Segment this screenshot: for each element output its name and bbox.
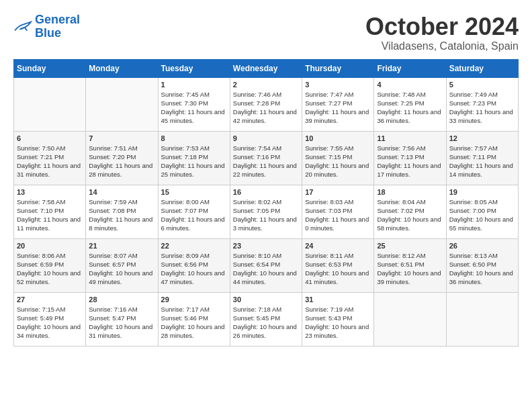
day-info: Sunrise: 8:11 AMSunset: 6:53 PMDaylight:… bbox=[305, 252, 369, 286]
calendar-week-row: 20Sunrise: 8:06 AMSunset: 6:59 PMDayligh… bbox=[14, 238, 519, 292]
day-number: 31 bbox=[305, 295, 371, 304]
calendar-cell: 7Sunrise: 7:51 AMSunset: 7:20 PMDaylight… bbox=[86, 131, 158, 185]
day-info: Sunrise: 7:16 AMSunset: 5:47 PMDaylight:… bbox=[89, 306, 152, 340]
day-number: 13 bbox=[17, 188, 83, 196]
title-block: October 2024 Viladasens, Catalonia, Spai… bbox=[365, 13, 519, 52]
day-info: Sunrise: 8:07 AMSunset: 6:57 PMDaylight:… bbox=[89, 252, 152, 286]
day-number: 15 bbox=[161, 188, 227, 196]
weekday-header-thursday: Thursday bbox=[302, 59, 374, 77]
day-info: Sunrise: 7:17 AMSunset: 5:46 PMDaylight:… bbox=[161, 306, 225, 340]
weekday-header-saturday: Saturday bbox=[446, 59, 518, 77]
day-info: Sunrise: 7:19 AMSunset: 5:43 PMDaylight:… bbox=[305, 306, 369, 340]
day-number: 25 bbox=[377, 242, 443, 250]
day-info: Sunrise: 8:04 AMSunset: 7:02 PMDaylight:… bbox=[377, 198, 441, 232]
day-info: Sunrise: 7:55 AMSunset: 7:15 PMDaylight:… bbox=[305, 144, 369, 179]
day-number: 4 bbox=[377, 81, 443, 89]
calendar-cell: 20Sunrise: 8:06 AMSunset: 6:59 PMDayligh… bbox=[14, 238, 86, 292]
calendar-cell bbox=[14, 77, 86, 131]
page-header: General Blue October 2024 Viladasens, Ca… bbox=[13, 13, 519, 52]
calendar-cell: 4Sunrise: 7:48 AMSunset: 7:25 PMDaylight… bbox=[374, 77, 446, 131]
day-info: Sunrise: 7:15 AMSunset: 5:49 PMDaylight:… bbox=[17, 306, 81, 340]
weekday-header-monday: Monday bbox=[86, 59, 158, 77]
day-number: 22 bbox=[161, 242, 227, 250]
calendar-cell: 6Sunrise: 7:50 AMSunset: 7:21 PMDaylight… bbox=[14, 131, 86, 185]
day-info: Sunrise: 7:51 AMSunset: 7:20 PMDaylight:… bbox=[89, 144, 152, 179]
day-number: 29 bbox=[161, 295, 227, 304]
day-info: Sunrise: 8:03 AMSunset: 7:03 PMDaylight:… bbox=[305, 198, 369, 232]
calendar-week-row: 1Sunrise: 7:45 AMSunset: 7:30 PMDaylight… bbox=[14, 77, 519, 131]
calendar-cell bbox=[374, 292, 446, 346]
day-info: Sunrise: 8:05 AMSunset: 7:00 PMDaylight:… bbox=[449, 198, 513, 232]
day-info: Sunrise: 7:50 AMSunset: 7:21 PMDaylight:… bbox=[17, 144, 81, 179]
calendar-cell: 10Sunrise: 7:55 AMSunset: 7:15 PMDayligh… bbox=[302, 131, 374, 185]
day-number: 6 bbox=[17, 134, 83, 142]
calendar-cell: 1Sunrise: 7:45 AMSunset: 7:30 PMDaylight… bbox=[158, 77, 230, 131]
calendar-cell: 9Sunrise: 7:54 AMSunset: 7:16 PMDaylight… bbox=[230, 131, 302, 185]
day-number: 3 bbox=[305, 81, 371, 89]
calendar-cell bbox=[86, 77, 158, 131]
calendar-cell: 3Sunrise: 7:47 AMSunset: 7:27 PMDaylight… bbox=[302, 77, 374, 131]
calendar-cell: 21Sunrise: 8:07 AMSunset: 6:57 PMDayligh… bbox=[86, 238, 158, 292]
day-number: 30 bbox=[233, 295, 299, 304]
day-info: Sunrise: 7:54 AMSunset: 7:16 PMDaylight:… bbox=[233, 144, 297, 179]
day-info: Sunrise: 7:53 AMSunset: 7:18 PMDaylight:… bbox=[161, 144, 225, 179]
calendar-cell: 22Sunrise: 8:09 AMSunset: 6:56 PMDayligh… bbox=[158, 238, 230, 292]
day-number: 5 bbox=[449, 81, 515, 89]
day-info: Sunrise: 8:10 AMSunset: 6:54 PMDaylight:… bbox=[233, 252, 297, 286]
day-info: Sunrise: 7:56 AMSunset: 7:13 PMDaylight:… bbox=[377, 144, 441, 179]
day-number: 28 bbox=[89, 295, 154, 304]
day-info: Sunrise: 7:46 AMSunset: 7:28 PMDaylight:… bbox=[233, 91, 297, 125]
logo-icon bbox=[13, 19, 32, 34]
day-info: Sunrise: 8:13 AMSunset: 6:50 PMDaylight:… bbox=[449, 252, 513, 286]
day-info: Sunrise: 7:58 AMSunset: 7:10 PMDaylight:… bbox=[17, 198, 81, 232]
calendar-cell: 27Sunrise: 7:15 AMSunset: 5:49 PMDayligh… bbox=[14, 292, 86, 346]
weekday-header-sunday: Sunday bbox=[14, 59, 86, 77]
day-number: 20 bbox=[17, 242, 83, 250]
calendar-cell: 31Sunrise: 7:19 AMSunset: 5:43 PMDayligh… bbox=[302, 292, 374, 346]
day-number: 23 bbox=[233, 242, 299, 250]
day-number: 12 bbox=[449, 134, 515, 142]
weekday-header-row: SundayMondayTuesdayWednesdayThursdayFrid… bbox=[14, 59, 519, 77]
day-number: 21 bbox=[89, 242, 154, 250]
calendar-cell: 11Sunrise: 7:56 AMSunset: 7:13 PMDayligh… bbox=[374, 131, 446, 185]
day-info: Sunrise: 7:57 AMSunset: 7:11 PMDaylight:… bbox=[449, 144, 513, 179]
day-number: 14 bbox=[89, 188, 154, 196]
calendar-cell: 12Sunrise: 7:57 AMSunset: 7:11 PMDayligh… bbox=[446, 131, 518, 185]
calendar-week-row: 13Sunrise: 7:58 AMSunset: 7:10 PMDayligh… bbox=[14, 185, 519, 238]
weekday-header-wednesday: Wednesday bbox=[230, 59, 302, 77]
calendar-cell: 8Sunrise: 7:53 AMSunset: 7:18 PMDaylight… bbox=[158, 131, 230, 185]
day-info: Sunrise: 7:18 AMSunset: 5:45 PMDaylight:… bbox=[233, 306, 297, 340]
day-info: Sunrise: 7:49 AMSunset: 7:23 PMDaylight:… bbox=[449, 91, 513, 125]
calendar-cell: 30Sunrise: 7:18 AMSunset: 5:45 PMDayligh… bbox=[230, 292, 302, 346]
calendar-week-row: 27Sunrise: 7:15 AMSunset: 5:49 PMDayligh… bbox=[14, 292, 519, 346]
day-number: 26 bbox=[449, 242, 515, 250]
calendar-cell: 28Sunrise: 7:16 AMSunset: 5:47 PMDayligh… bbox=[86, 292, 158, 346]
day-number: 24 bbox=[305, 242, 371, 250]
day-info: Sunrise: 8:02 AMSunset: 7:05 PMDaylight:… bbox=[233, 198, 297, 232]
logo-text: General Blue bbox=[35, 13, 80, 40]
day-number: 9 bbox=[233, 134, 299, 142]
day-number: 11 bbox=[377, 134, 443, 142]
day-info: Sunrise: 7:45 AMSunset: 7:30 PMDaylight:… bbox=[161, 91, 225, 125]
day-info: Sunrise: 8:06 AMSunset: 6:59 PMDaylight:… bbox=[17, 252, 81, 286]
weekday-header-friday: Friday bbox=[374, 59, 446, 77]
day-number: 18 bbox=[377, 188, 443, 196]
day-info: Sunrise: 7:47 AMSunset: 7:27 PMDaylight:… bbox=[305, 91, 369, 125]
calendar-cell: 18Sunrise: 8:04 AMSunset: 7:02 PMDayligh… bbox=[374, 185, 446, 238]
day-number: 7 bbox=[89, 134, 154, 142]
day-number: 19 bbox=[449, 188, 515, 196]
day-number: 2 bbox=[233, 81, 299, 89]
calendar-cell: 24Sunrise: 8:11 AMSunset: 6:53 PMDayligh… bbox=[302, 238, 374, 292]
month-title: October 2024 bbox=[365, 13, 519, 40]
calendar-cell: 23Sunrise: 8:10 AMSunset: 6:54 PMDayligh… bbox=[230, 238, 302, 292]
calendar-cell bbox=[446, 292, 518, 346]
day-info: Sunrise: 7:59 AMSunset: 7:08 PMDaylight:… bbox=[89, 198, 152, 232]
calendar-cell: 17Sunrise: 8:03 AMSunset: 7:03 PMDayligh… bbox=[302, 185, 374, 238]
calendar-cell: 29Sunrise: 7:17 AMSunset: 5:46 PMDayligh… bbox=[158, 292, 230, 346]
calendar-cell: 26Sunrise: 8:13 AMSunset: 6:50 PMDayligh… bbox=[446, 238, 518, 292]
calendar-cell: 2Sunrise: 7:46 AMSunset: 7:28 PMDaylight… bbox=[230, 77, 302, 131]
calendar-cell: 14Sunrise: 7:59 AMSunset: 7:08 PMDayligh… bbox=[86, 185, 158, 238]
day-number: 16 bbox=[233, 188, 299, 196]
day-number: 17 bbox=[305, 188, 371, 196]
day-number: 10 bbox=[305, 134, 371, 142]
